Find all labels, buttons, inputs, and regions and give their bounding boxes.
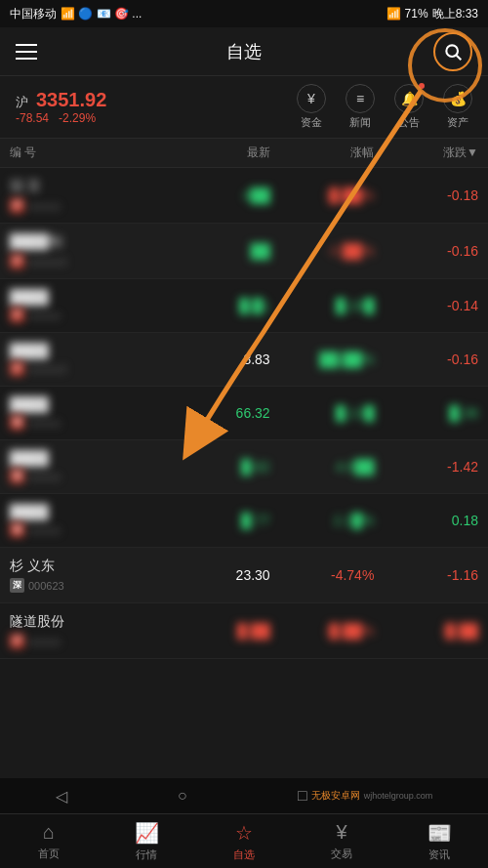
watchlist-icon: ☆ <box>235 821 253 845</box>
stock-info: ████ 深 xxxxxx <box>10 450 166 483</box>
table-row[interactable]: ████ 沪 xxxxxx3 8.83 ██.██% -0.16 <box>0 333 488 387</box>
market-change2: -2.29% <box>59 111 96 125</box>
assets-label: 资产 <box>447 115 468 130</box>
stock-info: ████ 深 xxxxxx <box>10 396 166 430</box>
nav-news[interactable]: 📰 资讯 <box>390 815 488 868</box>
nav-market[interactable]: 📈 行情 <box>98 815 195 868</box>
header: 自选 <box>0 27 488 76</box>
trade-icon: ¥ <box>336 821 346 844</box>
sys-home-button[interactable]: ○ <box>178 787 187 805</box>
col-header-diff: 涨跌▼ <box>374 145 478 161</box>
sys-nav: ◁ ○ □ 无极安卓网 wjhotelgroup.com <box>0 778 488 813</box>
table-row[interactable]: ████ 沪 xxxxxx █.█1 █.18█ -0.14 <box>0 279 488 333</box>
stock-code: xxxxxx <box>28 524 61 536</box>
table-row[interactable]: ████ 深 xxxxxx █.77 2.2█% 0.18 <box>0 494 488 548</box>
stock-code: xxxxxx <box>28 200 61 212</box>
stock-price: 66.32 <box>166 405 270 421</box>
bottom-nav: ⌂ 首页 📈 行情 ☆ 自选 ¥ 交易 📰 资讯 <box>0 813 488 868</box>
nav-watchlist[interactable]: ☆ 自选 <box>195 815 293 868</box>
nav-watchlist-label: 自选 <box>233 847 255 862</box>
assets-icon-item[interactable]: 💰 资产 <box>443 84 472 130</box>
status-icons: 📶 🔵 📧 🎯 ... <box>61 7 142 21</box>
stock-code: xxxxxx3 <box>28 256 66 268</box>
stock-diff: -0.16 <box>374 351 478 367</box>
stock-name: 杉 义东 <box>10 558 166 575</box>
stock-price: 4██ <box>166 187 270 203</box>
col-header-name: 编 号 <box>10 145 166 161</box>
news-label: 新闻 <box>349 115 371 130</box>
stock-pct: -█.██% <box>270 187 375 203</box>
sys-recent-button[interactable]: □ <box>298 787 307 805</box>
stock-name: ████ <box>10 289 166 305</box>
sys-back-button[interactable]: ◁ <box>56 787 67 806</box>
table-row[interactable]: ████ 深 xxxxxx 66.32 █.13█ █.36 <box>0 387 488 440</box>
status-bar: 中国移动 📶 🔵 📧 🎯 ... 📶 71% 晚上8:33 <box>0 0 488 27</box>
stock-code: xxxxxx <box>28 310 61 321</box>
home-icon: ⌂ <box>43 821 55 844</box>
funds-icon: ¥ <box>297 84 326 113</box>
announcement-label: 公告 <box>398 115 420 130</box>
market-index: 沪 3351.92 -78.54 -2.29% <box>16 89 106 125</box>
stock-code-row: 沪 xxxxxx <box>10 308 166 322</box>
time-label: 晚上8:33 <box>432 6 478 22</box>
stock-code-row: 沪 xxxxxx3 <box>10 254 166 269</box>
nav-news-label: 资讯 <box>428 847 450 862</box>
stock-diff: -0.18 <box>374 187 478 203</box>
stock-price: 23.30 <box>166 567 270 583</box>
signal-icon: 📶 <box>386 7 401 21</box>
table-row[interactable]: ████制 沪 xxxxxx3 ██ -3.██% -0.16 <box>0 224 488 279</box>
stock-diff: -0.14 <box>374 298 478 313</box>
stock-price: █.77 <box>166 513 270 528</box>
announcement-icon-item[interactable]: 🔔 公告 <box>394 84 424 130</box>
market-value: 3351.92 <box>36 89 106 111</box>
stock-diff: -1.16 <box>374 567 478 583</box>
stock-name: ████ <box>10 450 166 466</box>
news-icon: ≡ <box>346 84 375 113</box>
svg-line-1 <box>457 55 462 60</box>
notification-dot <box>419 83 425 89</box>
stock-name: ████制 <box>10 233 166 251</box>
stock-info: ████ 深 xxxxxx <box>10 504 166 537</box>
table-row[interactable]: 冠 言 沪 xxxxxx 4██ -█.██% -0.18 <box>0 168 488 224</box>
nav-trade-label: 交易 <box>331 847 352 861</box>
stock-pct: -3.██% <box>270 243 375 259</box>
stock-pct: 2.2█% <box>270 513 375 528</box>
stock-pct: █.13█ <box>270 405 375 421</box>
stock-code-row: 沪 xxxxxx3 <box>10 361 166 376</box>
battery-label: 71% <box>405 7 428 21</box>
search-icon <box>443 42 463 62</box>
table-row[interactable]: 杉 义东 深 000623 23.30 -4.74% -1.16 <box>0 548 488 603</box>
stock-info: 杉 义东 深 000623 <box>10 558 166 593</box>
market-icons: ¥ 资金 ≡ 新闻 🔔 公告 💰 资产 <box>297 84 472 130</box>
stock-name: ████ <box>10 504 166 519</box>
stock-diff: -1.42 <box>374 459 478 475</box>
page-title: 自选 <box>226 40 262 63</box>
svg-point-0 <box>446 45 458 57</box>
stock-code: xxxxxx3 <box>28 363 66 375</box>
search-button[interactable] <box>433 32 472 71</box>
stock-info: ████ 沪 xxxxxx <box>10 289 166 322</box>
funds-icon-item[interactable]: ¥ 资金 <box>297 84 326 130</box>
stock-diff: -█.██ <box>374 623 478 639</box>
stock-info: ████制 沪 xxxxxx3 <box>10 233 166 269</box>
news-icon-item[interactable]: ≡ 新闻 <box>346 84 375 130</box>
stock-badge: 深 <box>10 415 24 430</box>
stock-info: 隧道股份 沪 xxxxxx <box>10 613 166 648</box>
col-header-price: 最新 <box>166 145 270 161</box>
stock-name: 冠 言 <box>10 178 166 195</box>
stock-pct: -4.74% <box>270 567 375 583</box>
stock-code-row: 沪 xxxxxx <box>10 198 166 213</box>
menu-button[interactable] <box>16 44 37 60</box>
stock-code: xxxxxx <box>28 471 61 482</box>
status-right: 📶 71% 晚上8:33 <box>386 6 478 22</box>
stock-diff: -0.16 <box>374 243 478 259</box>
nav-trade[interactable]: ¥ 交易 <box>293 815 390 867</box>
nav-home[interactable]: ⌂ 首页 <box>0 815 98 867</box>
table-row[interactable]: 隧道股份 沪 xxxxxx █.██ -█.██% -█.██ <box>0 603 488 659</box>
stock-name: ████ <box>10 343 166 358</box>
market-name: 沪 <box>16 94 28 111</box>
stock-badge: 深 <box>10 578 24 593</box>
table-row[interactable]: ████ 深 xxxxxx █.62 4.6██ -1.42 <box>0 440 488 494</box>
nav-home-label: 首页 <box>38 847 60 861</box>
status-left: 中国移动 📶 🔵 📧 🎯 ... <box>10 6 142 22</box>
